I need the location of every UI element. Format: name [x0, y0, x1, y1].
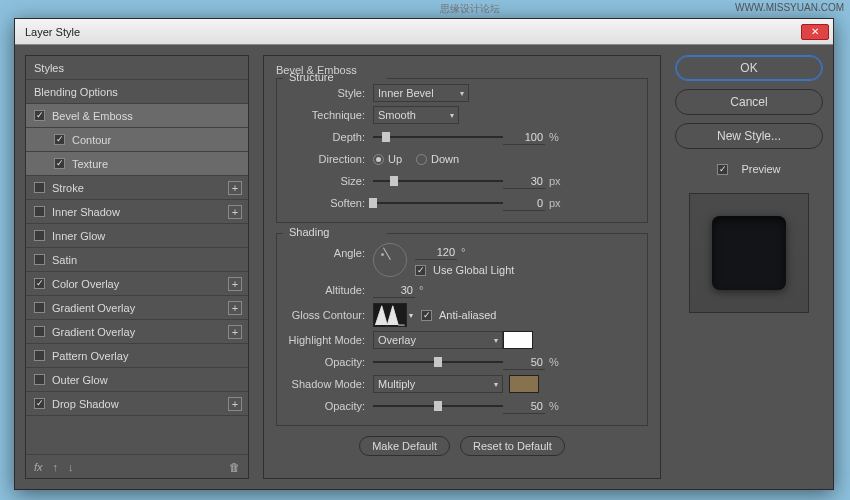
structure-legend: Structure	[287, 71, 336, 83]
side-panel: OK Cancel New Style... Preview	[675, 55, 823, 479]
preview-checkbox[interactable]	[717, 164, 728, 175]
style-gradient-overlay-1[interactable]: Gradient Overlay +	[26, 296, 248, 320]
arrow-down-icon[interactable]: ↓	[68, 461, 74, 473]
style-texture[interactable]: Texture	[26, 152, 248, 176]
arrow-up-icon[interactable]: ↑	[53, 461, 59, 473]
shadow-color-swatch[interactable]	[509, 375, 539, 393]
chevron-down-icon[interactable]: ▾	[409, 311, 413, 320]
style-gradient-overlay-2[interactable]: Gradient Overlay +	[26, 320, 248, 344]
soften-slider[interactable]	[373, 196, 503, 210]
checkbox-inner-glow[interactable]	[34, 230, 45, 241]
style-pattern-overlay[interactable]: Pattern Overlay	[26, 344, 248, 368]
titlebar: Layer Style ✕	[15, 19, 833, 45]
style-bevel-emboss[interactable]: Bevel & Emboss	[26, 104, 248, 128]
blending-options-row[interactable]: Blending Options	[26, 80, 248, 104]
style-label: Gradient Overlay	[52, 326, 135, 338]
style-outer-glow[interactable]: Outer Glow	[26, 368, 248, 392]
angle-dial[interactable]	[373, 243, 407, 277]
style-label: Inner Glow	[52, 230, 105, 242]
highlight-color-swatch[interactable]	[503, 331, 533, 349]
add-effect-button[interactable]: +	[228, 397, 242, 411]
soften-input[interactable]	[503, 195, 545, 211]
add-effect-button[interactable]: +	[228, 181, 242, 195]
ok-button[interactable]: OK	[675, 55, 823, 81]
cancel-button[interactable]: Cancel	[675, 89, 823, 115]
checkbox-bevel[interactable]	[34, 110, 45, 121]
highlight-opacity-input[interactable]	[503, 354, 545, 370]
style-label: Inner Shadow	[52, 206, 120, 218]
style-label: Stroke	[52, 182, 84, 194]
make-default-button[interactable]: Make Default	[359, 436, 450, 456]
depth-slider[interactable]	[373, 130, 503, 144]
style-drop-shadow[interactable]: Drop Shadow +	[26, 392, 248, 416]
style-satin[interactable]: Satin	[26, 248, 248, 272]
checkbox-stroke[interactable]	[34, 182, 45, 193]
shadow-opacity-unit: %	[545, 400, 563, 412]
shadow-mode-select[interactable]: Multiply▾	[373, 375, 503, 393]
trash-icon[interactable]: 🗑	[229, 461, 240, 473]
checkbox-contour[interactable]	[54, 134, 65, 145]
direction-down-radio[interactable]	[416, 154, 427, 165]
style-color-overlay[interactable]: Color Overlay +	[26, 272, 248, 296]
shading-legend: Shading	[287, 226, 331, 238]
checkbox-satin[interactable]	[34, 254, 45, 265]
antialiased-checkbox[interactable]	[421, 310, 432, 321]
style-label: Outer Glow	[52, 374, 108, 386]
style-label: Contour	[72, 134, 111, 146]
style-contour[interactable]: Contour	[26, 128, 248, 152]
style-inner-glow[interactable]: Inner Glow	[26, 224, 248, 248]
style-label: Satin	[52, 254, 77, 266]
global-light-checkbox[interactable]	[415, 265, 426, 276]
size-unit: px	[545, 175, 563, 187]
watermark-url: WWW.MISSYUAN.COM	[735, 2, 844, 13]
depth-label: Depth:	[285, 131, 373, 143]
styles-header-label: Styles	[34, 62, 64, 74]
gloss-contour-label: Gloss Contour:	[285, 309, 373, 321]
style-stroke[interactable]: Stroke +	[26, 176, 248, 200]
altitude-unit: °	[415, 284, 433, 296]
add-effect-button[interactable]: +	[228, 301, 242, 315]
shadow-mode-label: Shadow Mode:	[285, 378, 373, 390]
blending-options-label: Blending Options	[34, 86, 118, 98]
fx-menu[interactable]: fx	[34, 461, 43, 473]
size-input[interactable]	[503, 173, 545, 189]
new-style-button[interactable]: New Style...	[675, 123, 823, 149]
chevron-down-icon: ▾	[460, 89, 464, 98]
shadow-opacity-input[interactable]	[503, 398, 545, 414]
depth-input[interactable]	[503, 129, 545, 145]
style-select[interactable]: Inner Bevel▾	[373, 84, 469, 102]
size-slider[interactable]	[373, 174, 503, 188]
checkbox-gradient-overlay[interactable]	[34, 302, 45, 313]
styles-panel: Styles Blending Options Bevel & Emboss C…	[25, 55, 249, 479]
style-label: Bevel & Emboss	[52, 110, 133, 122]
style-inner-shadow[interactable]: Inner Shadow +	[26, 200, 248, 224]
checkbox-gradient-overlay[interactable]	[34, 326, 45, 337]
dialog-title: Layer Style	[19, 26, 80, 38]
shadow-opacity-slider[interactable]	[373, 399, 503, 413]
styles-header[interactable]: Styles	[26, 56, 248, 80]
close-button[interactable]: ✕	[801, 24, 829, 40]
highlight-mode-select[interactable]: Overlay▾	[373, 331, 503, 349]
styles-footer: fx ↑ ↓ 🗑	[26, 454, 248, 478]
angle-unit: °	[457, 246, 475, 258]
checkbox-inner-shadow[interactable]	[34, 206, 45, 217]
checkbox-drop-shadow[interactable]	[34, 398, 45, 409]
add-effect-button[interactable]: +	[228, 325, 242, 339]
highlight-mode-label: Highlight Mode:	[285, 334, 373, 346]
checkbox-texture[interactable]	[54, 158, 65, 169]
direction-up-radio[interactable]	[373, 154, 384, 165]
layer-style-dialog: Layer Style ✕ Styles Blending Options Be…	[14, 18, 834, 490]
checkbox-pattern-overlay[interactable]	[34, 350, 45, 361]
reset-default-button[interactable]: Reset to Default	[460, 436, 565, 456]
gloss-contour-picker[interactable]	[373, 303, 407, 327]
soften-unit: px	[545, 197, 563, 209]
highlight-opacity-slider[interactable]	[373, 355, 503, 369]
checkbox-outer-glow[interactable]	[34, 374, 45, 385]
add-effect-button[interactable]: +	[228, 277, 242, 291]
altitude-input[interactable]	[373, 282, 415, 298]
angle-input[interactable]	[415, 244, 457, 260]
technique-select[interactable]: Smooth▾	[373, 106, 459, 124]
checkbox-color-overlay[interactable]	[34, 278, 45, 289]
add-effect-button[interactable]: +	[228, 205, 242, 219]
global-light-label: Use Global Light	[433, 264, 514, 276]
